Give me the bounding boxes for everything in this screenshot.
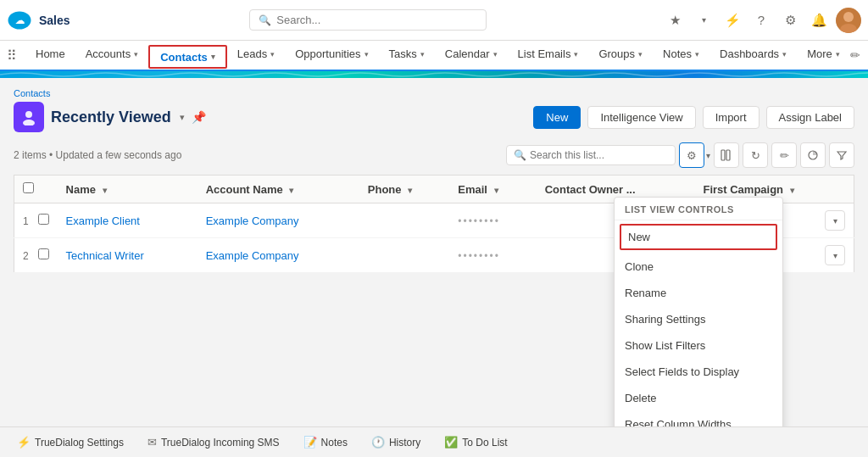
nav-chevron-icon: ▾: [638, 50, 643, 59]
breadcrumb-link[interactable]: Contacts: [14, 88, 50, 98]
assign-label-button[interactable]: Assign Label: [766, 106, 854, 129]
dropdown-item-select-fields-to-display[interactable]: Select Fields to Display: [615, 359, 782, 385]
filter-button[interactable]: [829, 142, 854, 168]
edit-button[interactable]: ✏: [771, 142, 797, 168]
main-content: Contacts Recently Viewed ▾ 📌 New Intelli…: [0, 78, 868, 426]
row-checkbox-0[interactable]: [38, 214, 49, 225]
chart-button[interactable]: [800, 142, 826, 168]
nav-chevron-icon: ▾: [695, 50, 699, 59]
favorites-chevron-icon[interactable]: ▾: [692, 8, 715, 32]
svg-point-5: [25, 111, 32, 118]
nav-item-calendar[interactable]: Calendar ▾: [435, 41, 508, 70]
row-action-btn-1[interactable]: ▾: [825, 245, 845, 265]
row-phone-0: [359, 203, 449, 238]
nav-chevron-icon: ▾: [782, 50, 787, 59]
new-button[interactable]: New: [533, 106, 581, 129]
setup-icon[interactable]: ⚡: [721, 8, 744, 32]
header-email[interactable]: Email ▾: [449, 176, 536, 203]
search-list-container[interactable]: 🔍: [506, 145, 676, 165]
svg-text:☁: ☁: [15, 14, 25, 25]
account-name-link-0[interactable]: Example Company: [206, 215, 299, 227]
nav-item-tasks[interactable]: Tasks ▾: [379, 41, 435, 70]
header-actions: New Intelligence View Import Assign Labe…: [533, 106, 854, 129]
nav-item-groups[interactable]: Groups ▾: [588, 41, 653, 70]
contact-icon: [14, 102, 44, 132]
global-search-input[interactable]: [276, 14, 477, 26]
dropdown-item-sharing-settings[interactable]: Sharing Settings: [615, 306, 782, 332]
nav-item-accounts[interactable]: Accounts ▾: [75, 41, 148, 70]
contact-name-link-1[interactable]: Technical Writer: [66, 249, 144, 262]
row-name-1: Technical Writer: [58, 238, 198, 273]
wave-decoration: [0, 71, 868, 78]
bottom-bar: ⚡ TrueDialog Settings ✉ TrueDialog Incom…: [0, 426, 868, 435]
bottom-item-history[interactable]: 🕐 History: [364, 432, 427, 435]
dropdown-item-delete[interactable]: Delete: [615, 385, 782, 411]
nav-item-more[interactable]: More ▾: [797, 41, 850, 70]
nav-item-leads[interactable]: Leads ▾: [227, 41, 285, 70]
intelligence-view-button[interactable]: Intelligence View: [587, 106, 695, 129]
nav-item-home[interactable]: Home: [25, 41, 75, 70]
dropdown-item-rename[interactable]: Rename: [615, 280, 782, 306]
row-email-1: ••••••••: [449, 238, 536, 273]
header-phone[interactable]: Phone ▾: [359, 176, 449, 203]
svg-point-6: [23, 120, 35, 125]
gear-chevron-icon[interactable]: ▾: [706, 151, 710, 160]
dropdown-item-new[interactable]: New: [620, 224, 777, 250]
user-avatar[interactable]: [836, 8, 861, 33]
nav-item-contacts[interactable]: Contacts ▾: [148, 45, 227, 69]
nav-item-list-emails[interactable]: List Emails ▾: [508, 41, 589, 70]
nav-chevron-icon: ▾: [574, 50, 578, 59]
help-icon[interactable]: ?: [749, 8, 773, 32]
row-account-0: Example Company: [198, 203, 359, 238]
row-number-1: 2: [23, 250, 29, 262]
search-list-input[interactable]: [530, 149, 668, 161]
bottom-item-truedialog-incoming-sms[interactable]: ✉ TrueDialog Incoming SMS: [141, 432, 287, 435]
refresh-button[interactable]: ↻: [743, 142, 768, 168]
search-list-icon: 🔍: [514, 149, 526, 161]
row-action-btn-0[interactable]: ▾: [825, 210, 845, 231]
select-all-checkbox[interactable]: [23, 182, 34, 193]
dropdown-item-reset-column-widths[interactable]: Reset Column Widths: [615, 411, 782, 426]
gear-button[interactable]: ⚙: [679, 142, 704, 168]
dropdown-header: LIST VIEW CONTROLS: [615, 198, 782, 220]
email-value-1: ••••••••: [458, 250, 500, 262]
sort-account-icon: ▾: [289, 186, 293, 195]
dropdown-item-show-list-filters[interactable]: Show List Filters: [615, 332, 782, 359]
nav-item-notes[interactable]: Notes ▾: [653, 41, 709, 70]
edit-nav-icon[interactable]: ✏: [850, 48, 860, 62]
nav-chevron-icon: ▾: [836, 50, 840, 59]
bottom-item-truedialog-settings[interactable]: ⚡ TrueDialog Settings: [10, 432, 131, 435]
nav-chevron-icon: ▾: [364, 50, 369, 59]
nav-chevron-icon: ▾: [493, 50, 498, 59]
svg-point-3: [843, 12, 854, 22]
nav-item-dashboards[interactable]: Dashboards ▾: [709, 41, 797, 70]
search-icon: 🔍: [259, 14, 271, 26]
title-chevron-icon[interactable]: ▾: [180, 112, 185, 123]
right-controls: 🔍 ⚙ ▾ ↻ ✏: [506, 142, 854, 168]
account-name-link-1[interactable]: Example Company: [206, 249, 299, 262]
dropdown-item-clone[interactable]: Clone: [615, 254, 782, 280]
nav-chevron-icon: ▾: [420, 50, 425, 59]
page-title-area: Recently Viewed ▾ 📌: [14, 102, 206, 132]
row-email-0: ••••••••: [449, 203, 536, 238]
header-name[interactable]: Name ▾: [58, 176, 198, 203]
row-checkbox-1[interactable]: [38, 248, 49, 259]
bottom-item-notes[interactable]: 📝 Notes: [297, 432, 354, 435]
favorites-icon[interactable]: ★: [663, 8, 687, 32]
import-button[interactable]: Import: [703, 106, 760, 129]
nav-chevron-icon: ▾: [134, 50, 138, 59]
nav-item-opportunities[interactable]: Opportunities ▾: [285, 41, 378, 70]
grid-icon[interactable]: ⠿: [7, 47, 17, 64]
row-account-1: Example Company: [198, 238, 359, 273]
setup-gear-icon[interactable]: ⚙: [778, 8, 802, 32]
sort-name-icon: ▾: [103, 186, 107, 195]
columns-button[interactable]: [714, 142, 739, 168]
contact-name-link-0[interactable]: Example Client: [66, 215, 140, 227]
row-name-0: Example Client: [58, 203, 198, 238]
notifications-icon[interactable]: 🔔: [807, 8, 831, 32]
global-search-bar[interactable]: 🔍: [249, 9, 487, 31]
header-account-name[interactable]: Account Name ▾: [198, 176, 359, 203]
bottom-item-to-do-list[interactable]: ✅ To Do List: [437, 432, 514, 435]
sort-campaign-icon: ▾: [790, 186, 794, 195]
pin-icon[interactable]: 📌: [192, 110, 206, 124]
